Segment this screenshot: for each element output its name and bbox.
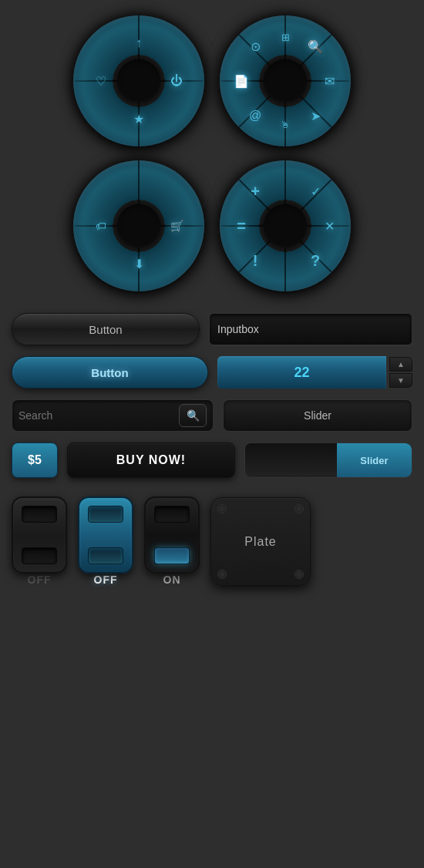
tag-icon[interactable]: 🏷 <box>87 212 115 240</box>
price-tag: $5 <box>12 442 58 478</box>
toggle-slot-bot-dark <box>22 547 57 564</box>
download-icon[interactable]: ⬇ <box>125 250 153 278</box>
toggles-row: OFF OFF ON Plate <box>12 496 412 586</box>
document-icon[interactable]: 📄 <box>227 67 255 95</box>
controls-row-3: 🔍 Slider <box>12 399 412 432</box>
up-arrow-icon[interactable]: ↑ <box>125 29 153 57</box>
buy-now-button[interactable]: BUY NOW! <box>67 442 235 478</box>
power-icon[interactable]: ⏻ <box>163 67 190 95</box>
toggle-label-on: ON <box>163 574 181 586</box>
radial-row-2: 🏷 🛒 ⬇ + ✓ = ✕ ! ? <box>73 160 351 291</box>
toggle-slot-top-dark <box>22 506 57 523</box>
plate-label: Plate <box>244 535 276 549</box>
toggle-label-off-blue: OFF <box>94 574 118 586</box>
radial-row-1: ↑ ♡ ⏻ ★ ⊞ 🔍 ✉ ➤ 🖱 @ 📄 ⊙ <box>73 15 351 146</box>
exclamation-icon[interactable]: ! <box>241 247 269 274</box>
toggle-label-off-dark: OFF <box>28 574 52 586</box>
toggle-slot-top-on <box>154 506 190 523</box>
wheel-apps[interactable]: ⊞ 🔍 ✉ ➤ 🖱 @ 📄 ⊙ <box>220 15 351 146</box>
mail-icon[interactable]: ✉ <box>315 67 343 95</box>
spinner-buttons: ▲ ▼ <box>389 357 412 388</box>
spinner-value: 22 <box>217 356 386 389</box>
dark-button-1[interactable]: Button <box>12 313 200 345</box>
cursor-icon[interactable]: ➤ <box>301 102 329 130</box>
toggle-slot-bot-on <box>154 547 190 564</box>
slider-track[interactable]: Slider <box>244 442 412 478</box>
controls-row-2: Button 22 ▲ ▼ <box>12 356 412 389</box>
wheel-social[interactable]: ↑ ♡ ⏻ ★ <box>73 15 204 146</box>
toggle-off-blue[interactable] <box>78 496 133 574</box>
screw-tl <box>217 504 227 513</box>
screw-br <box>294 570 304 579</box>
toggle-slot-bot-blue <box>88 547 123 564</box>
toggle-on-wrap: ON <box>144 496 200 586</box>
heart-icon[interactable]: ♡ <box>87 67 115 95</box>
toggle-off-blue-wrap: OFF <box>78 496 133 586</box>
target-icon[interactable]: ⊙ <box>241 32 269 60</box>
cart-icon[interactable]: 🛒 <box>163 212 190 240</box>
search-submit-btn[interactable]: 🔍 <box>179 404 207 427</box>
spinner-down-btn[interactable]: ▼ <box>389 373 412 388</box>
star-icon[interactable]: ★ <box>125 105 153 133</box>
spinner-up-btn[interactable]: ▲ <box>389 357 412 372</box>
check-icon[interactable]: ✓ <box>301 177 329 205</box>
search-input[interactable] <box>19 409 179 422</box>
toggle-on[interactable] <box>144 496 200 574</box>
plus-icon[interactable]: + <box>241 177 269 205</box>
screw-tr <box>294 504 304 513</box>
equals-icon[interactable]: = <box>227 212 255 240</box>
basket-icon[interactable]: ⊞ <box>271 23 299 51</box>
search-icon[interactable]: 🔍 <box>301 32 329 60</box>
toggle-off-dark[interactable] <box>12 496 67 574</box>
wheel-actions[interactable]: + ✓ = ✕ ! ? <box>220 160 351 291</box>
search-wrap[interactable]: 🔍 <box>12 399 214 432</box>
slider-fill: Slider <box>337 443 412 477</box>
input-box[interactable]: Inputbox <box>209 313 412 345</box>
question-icon[interactable]: ? <box>301 247 329 274</box>
screw-bl <box>217 570 227 579</box>
spinner-wrap: 22 ▲ ▼ <box>217 356 412 389</box>
toggle-off-dark-wrap: OFF <box>12 496 67 586</box>
toggle-slot-top-blue <box>88 506 123 523</box>
mouse-icon[interactable]: 🖱 <box>271 111 299 139</box>
blue-button[interactable]: Button <box>12 356 208 389</box>
plate-widget: Plate <box>210 497 311 586</box>
wheel-shop[interactable]: 🏷 🛒 ⬇ <box>73 160 204 291</box>
at-icon[interactable]: @ <box>241 102 269 130</box>
slider-label-1: Slider <box>223 399 412 432</box>
controls-row-1: Button Inputbox <box>12 313 412 345</box>
cross-icon[interactable]: ✕ <box>315 212 343 240</box>
controls-section: Button Inputbox Button 22 ▲ ▼ 🔍 Slider $… <box>12 313 412 478</box>
controls-row-4: $5 BUY NOW! Slider <box>12 442 412 478</box>
